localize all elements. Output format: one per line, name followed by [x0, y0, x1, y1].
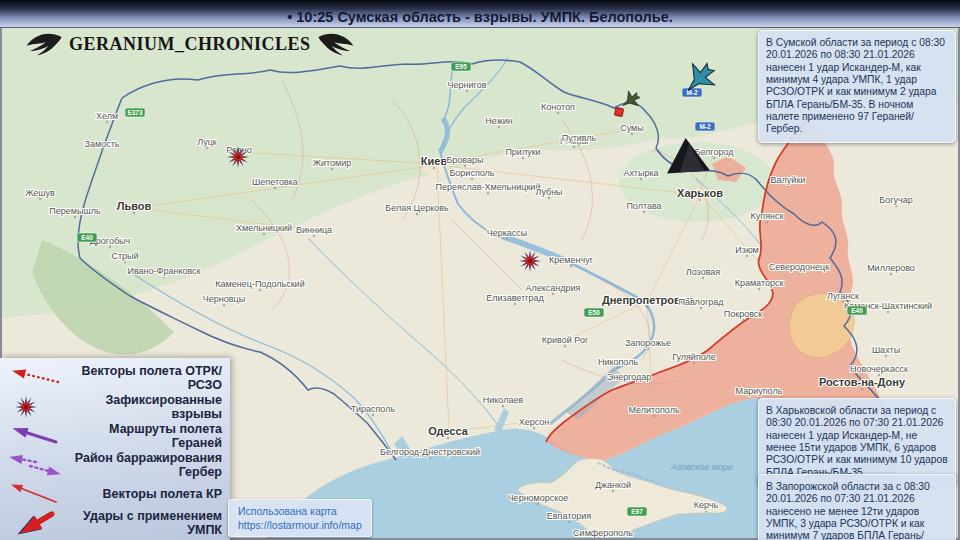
city-dot	[705, 510, 707, 512]
road-badge-label: E95	[455, 63, 467, 70]
city-dot	[766, 221, 768, 223]
city-label: Симферополь	[573, 528, 633, 538]
legend-item-geran: Маршруты полета Гераней	[0, 421, 230, 450]
city-label: Валуйки	[771, 175, 806, 185]
city-dot	[433, 167, 435, 169]
city-label: Черкассы	[487, 228, 528, 238]
umpk-strike-icon	[6, 510, 64, 536]
city-dot	[487, 192, 489, 194]
city-dot	[887, 311, 889, 313]
city-label: Покровск	[724, 309, 763, 319]
city-label: Шепетовка	[252, 177, 298, 187]
city-dot	[447, 437, 449, 439]
map-attribution: Использована карта https://lostarmour.in…	[228, 499, 372, 537]
city-label: Херсон	[519, 417, 550, 427]
city-dot	[699, 199, 701, 201]
city-label: Стрый	[111, 251, 138, 261]
city-label: Энергодар	[607, 372, 652, 382]
city-label: Павлоград	[679, 297, 725, 307]
city-label: Евпатория	[547, 511, 592, 521]
city-label: Конотоп	[541, 102, 575, 112]
city-dot	[557, 112, 559, 114]
city-label: Никополь	[598, 357, 639, 367]
city-label: Мариуполь	[736, 386, 783, 396]
city-label: Ростов-на-Дону	[819, 376, 906, 388]
city-dot	[133, 212, 135, 214]
city-dot	[702, 277, 704, 279]
city-dot	[101, 149, 103, 151]
road-badge-label: E97	[631, 508, 643, 515]
city-dot	[628, 382, 630, 384]
city-dot	[429, 457, 431, 459]
city-label: Одесса	[428, 425, 469, 437]
city-dot	[259, 289, 261, 291]
app-window: • 10:25 Сумская область - взрывы. УМПК. …	[0, 0, 960, 540]
city-label: Киев	[421, 155, 448, 167]
city-label: Чернигов	[448, 80, 487, 90]
city-label: Сумы	[620, 123, 644, 133]
city-label: Шахты	[872, 345, 900, 355]
city-label: Хелм	[96, 111, 118, 121]
explosion-icon	[6, 394, 64, 420]
city-dot	[693, 362, 695, 364]
city-dot	[700, 307, 702, 309]
city-dot	[631, 133, 633, 135]
city-dot	[861, 388, 863, 390]
city-label: Винница	[296, 225, 332, 235]
city-dot	[263, 233, 265, 235]
road-badge-label: E50	[588, 309, 600, 316]
city-dot	[313, 235, 315, 237]
city-label: Каменец-Подольский	[215, 279, 304, 289]
city-label: Запорожье	[625, 338, 671, 348]
title-bar: • 10:25 Сумская область - взрывы. УМПК. …	[0, 0, 960, 28]
city-label: Полтава	[626, 201, 661, 211]
city-dot	[895, 205, 897, 207]
city-dot	[552, 293, 554, 295]
city-label: Нежин	[485, 116, 512, 126]
city-label: Тирасполь	[351, 404, 396, 414]
city-label: Замость	[85, 139, 120, 149]
city-label: Белгород-Днестровский	[380, 447, 480, 457]
legend-item-explosions: Зафиксированные взрывы	[0, 392, 230, 421]
city-dot	[746, 255, 748, 257]
city-dot	[109, 246, 111, 248]
city-label: Елизаветград	[486, 293, 544, 303]
city-label: Переяслав-Хмельницкий	[436, 182, 541, 192]
geran-route-icon	[6, 423, 64, 449]
kr-vector-icon	[6, 481, 64, 507]
city-label: Харьков	[677, 187, 723, 199]
city-dot	[537, 503, 539, 505]
page-title: • 10:25 Сумская область - взрывы. УМПК. …	[287, 10, 673, 28]
city-dot	[573, 146, 575, 148]
city-dot	[787, 185, 789, 187]
strike-marker-belopolye	[614, 107, 623, 116]
city-dot	[533, 427, 535, 429]
city-label: Житомир	[313, 158, 352, 168]
city-label: Лозовая	[686, 267, 721, 277]
city-dot	[274, 187, 276, 189]
city-label: Луцк	[197, 137, 217, 147]
city-dot	[564, 345, 566, 347]
city-label: Богучар	[879, 195, 912, 205]
city-dot	[653, 415, 655, 417]
right-wing-icon	[316, 30, 354, 58]
city-dot	[163, 276, 165, 278]
otrk-vector-icon	[6, 365, 64, 391]
city-label: Александрия	[526, 283, 581, 293]
channel-logo: GERANIUM_CHRONICLES	[26, 30, 354, 58]
legend-item-umpk: Удары с применением УМПК	[0, 508, 230, 537]
city-label: Луганск	[827, 291, 859, 301]
legend-item-gerber: Район барражирования Гербер	[0, 450, 230, 479]
city-label: Хмельницкий	[236, 223, 292, 233]
city-dot	[647, 348, 649, 350]
attribution-url: https://lostarmour.info/map	[238, 518, 362, 532]
city-label: Новочеркасск	[850, 364, 908, 374]
city-dot	[39, 198, 41, 200]
city-dot	[464, 165, 466, 167]
city-dot	[612, 490, 614, 492]
city-dot	[206, 147, 208, 149]
city-dot	[124, 261, 126, 263]
city-label: Ахтырка	[623, 168, 658, 178]
city-dot	[506, 238, 508, 240]
city-dot	[742, 319, 744, 321]
